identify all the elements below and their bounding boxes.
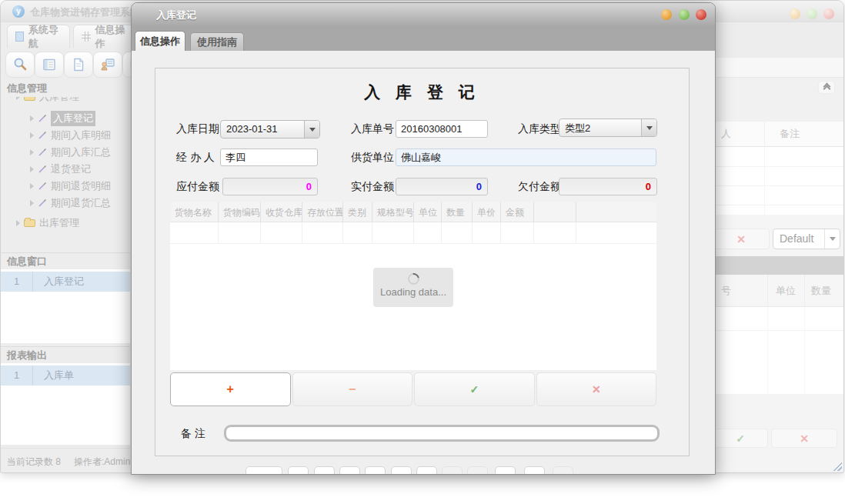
column-header: 单位 (776, 284, 796, 298)
date-combobox[interactable]: 2023-01-31 (220, 120, 320, 139)
remark-input[interactable] (224, 425, 660, 442)
column-header: 号 (721, 284, 731, 298)
add-row-button[interactable]: + (170, 372, 291, 406)
confirm-button[interactable]: ✓ (713, 429, 768, 448)
dropdown-arrow-button[interactable] (641, 119, 656, 136)
tree-item-stockout-mgmt[interactable]: 出库管理 (16, 215, 79, 232)
owed-amount: 0 (559, 178, 657, 195)
column-header[interactable]: 金额 (501, 202, 534, 222)
tree-label: 期间入库明细 (51, 129, 111, 142)
column-header[interactable]: 收货仓库 (261, 202, 302, 222)
row-index: 1 (1, 272, 33, 292)
type-combobox[interactable]: 类型2 (559, 118, 657, 137)
tree-item-period-return-summary[interactable]: 期间退货汇总 (30, 195, 111, 212)
form-heading: 入 库 登 记 (155, 82, 690, 103)
right-table2-body (716, 307, 844, 394)
handler-input[interactable] (220, 149, 318, 166)
nav-button[interactable] (288, 466, 309, 475)
supplier-input[interactable] (396, 149, 656, 166)
nav-button[interactable] (467, 466, 488, 475)
minimize-button[interactable] (790, 8, 800, 19)
tree-item-period-return-detail[interactable]: 期间退货明细 (30, 178, 111, 195)
column-header[interactable]: 货物名称 (170, 202, 219, 222)
dropdown-arrow-button[interactable] (304, 121, 319, 138)
pencil-icon (38, 182, 47, 191)
document-button[interactable] (64, 52, 93, 78)
cross-icon: ✕ (800, 432, 809, 445)
nav-button[interactable] (365, 466, 386, 475)
handler-label: 经 办 人 (176, 149, 215, 166)
column-header: 数量 (811, 284, 831, 298)
tree-label: 期间退货汇总 (51, 196, 111, 210)
search-button[interactable] (5, 52, 35, 78)
nav-button[interactable] (416, 466, 437, 475)
tree-item-return-register[interactable]: 退货登记 (30, 161, 91, 178)
table-row[interactable] (170, 222, 656, 244)
column-header[interactable]: 规格型号 (372, 202, 414, 222)
maximize-button[interactable] (679, 9, 690, 20)
close-button[interactable] (823, 8, 834, 19)
list-button[interactable] (35, 52, 64, 78)
cross-icon: ✕ (592, 383, 601, 396)
nav-button[interactable] (245, 466, 282, 475)
cross-icon: ✕ (736, 233, 746, 245)
cancel-button[interactable]: ✕ (536, 372, 657, 406)
stockin-dialog: 入库登记 信息操作 使用指南 入 库 登 记 入库日期 2023-01-31 入… (131, 2, 716, 475)
tree-label: 退货登记 (51, 162, 91, 176)
tree-label: 期间入库汇总 (51, 145, 111, 159)
info-window-list: 1 入库登记 (1, 269, 130, 343)
nav-button[interactable] (339, 466, 360, 475)
tab-info-ops[interactable]: 信息操作 (73, 25, 139, 48)
record-count: 当前记录数 8 (7, 456, 61, 469)
column-header[interactable]: 存放位置 (302, 202, 343, 222)
clear-filter-button[interactable]: ✕ (713, 229, 770, 249)
default-dropdown[interactable]: Default (773, 229, 840, 249)
dropdown-arrow-button[interactable] (824, 229, 840, 249)
section-info-window: 信息窗口 (1, 252, 130, 269)
close-button[interactable] (696, 9, 706, 20)
list-item[interactable]: 1 入库登记 (1, 272, 130, 292)
maximize-button[interactable] (807, 8, 817, 19)
column-header[interactable]: 单位 (414, 202, 442, 222)
user-chart-button[interactable] (93, 52, 122, 78)
list-item[interactable]: 1 入库单 (1, 365, 130, 386)
column-header-empty (576, 202, 656, 222)
column-header[interactable]: 单价 (473, 202, 501, 222)
goods-table-header: 货物名称 货物编码 收货仓库 存放位置 类别 规格型号 单位 数量 单价 金额 (170, 202, 656, 222)
tree-item-stockin-register[interactable]: 入库登记 (30, 110, 95, 127)
section-report-output: 报表输出 (1, 346, 130, 363)
pencil-icon (38, 165, 47, 174)
dialog-title: 入库登记 (156, 8, 196, 22)
cancel-button[interactable]: ✕ (771, 429, 837, 448)
tab-user-guide[interactable]: 使用指南 (190, 32, 244, 51)
tab-label: 系统导航 (28, 23, 62, 51)
nav-button[interactable] (495, 466, 516, 475)
tab-system-nav[interactable]: 系统导航 (7, 25, 70, 48)
nav-button[interactable] (442, 466, 463, 475)
pencil-icon (38, 131, 47, 140)
nav-button[interactable] (391, 466, 412, 475)
remove-row-button[interactable]: − (292, 372, 413, 406)
status-bar: 当前记录数 8 操作者:Admin (1, 448, 130, 472)
tree-label-selected: 入库登记 (51, 111, 95, 126)
nav-button[interactable] (524, 466, 545, 475)
tab-label: 使用指南 (197, 35, 237, 49)
order-input[interactable] (396, 120, 488, 138)
tree-item-period-stockin-summary[interactable]: 期间入库汇总 (30, 144, 111, 161)
collapse-panel-button[interactable] (818, 81, 835, 94)
tree-item-period-stockin-detail[interactable]: 期间入库明细 (30, 127, 111, 144)
dialog-titlebar[interactable]: 入库登记 (132, 3, 715, 26)
loading-text: Loading data... (373, 286, 453, 298)
nav-button[interactable] (553, 466, 573, 475)
minimize-button[interactable] (661, 9, 672, 20)
column-header[interactable]: 货物编码 (219, 202, 261, 222)
tab-label: 信息操作 (95, 23, 131, 51)
column-header[interactable]: 类别 (343, 202, 372, 222)
nav-button[interactable] (314, 466, 335, 475)
confirm-button[interactable]: ✓ (414, 372, 535, 406)
pencil-icon (38, 199, 47, 208)
column-header[interactable]: 数量 (442, 202, 473, 222)
section-info-management: 信息管理 (1, 80, 130, 97)
tab-info-operation[interactable]: 信息操作 (135, 31, 185, 51)
main-window-title: 仓库物资进销存管理系统 (30, 5, 140, 19)
